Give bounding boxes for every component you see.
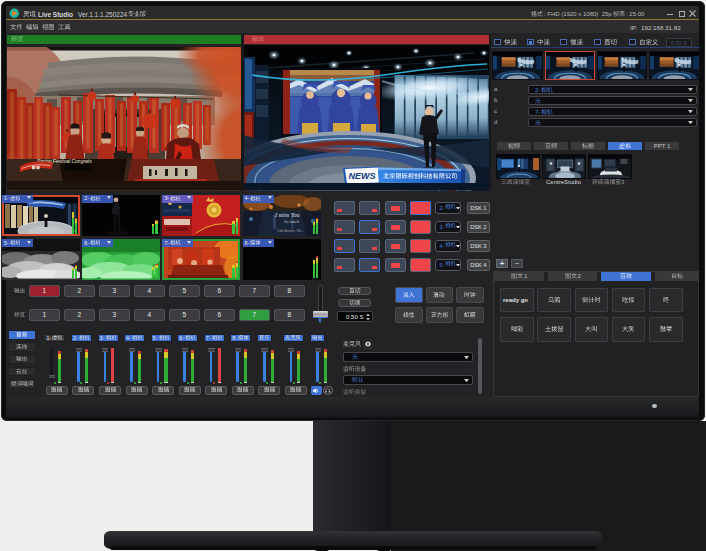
svg-text:Cold, Autumn, We...: Cold, Autumn, We... bbox=[277, 229, 304, 233]
svg-text:NEWS: NEWS bbox=[348, 171, 375, 181]
svg-text:I miss You: I miss You bbox=[274, 212, 299, 218]
svg-text:So much: So much bbox=[284, 219, 300, 224]
